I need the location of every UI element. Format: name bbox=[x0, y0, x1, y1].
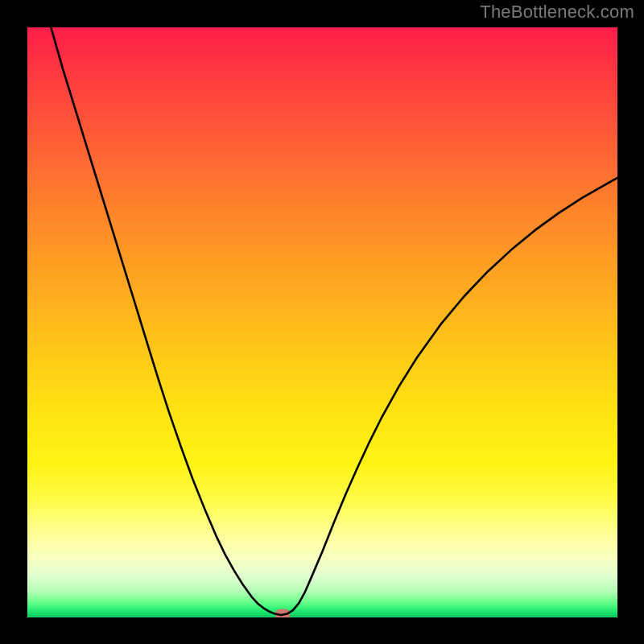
plot-area bbox=[27, 27, 617, 617]
watermark-text: TheBottleneck.com bbox=[480, 2, 634, 23]
bottleneck-curve bbox=[51, 27, 617, 615]
curve-svg bbox=[27, 27, 617, 617]
chart-frame: TheBottleneck.com bbox=[0, 0, 644, 644]
